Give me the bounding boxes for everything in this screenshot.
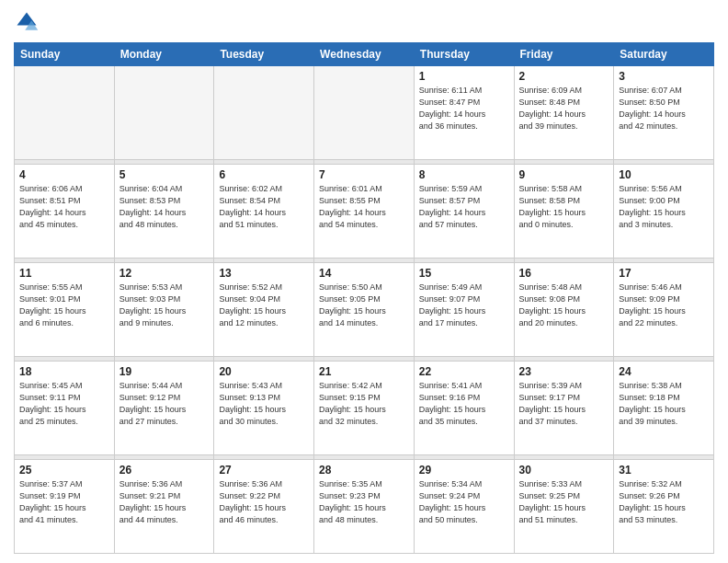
day-number: 11: [19, 267, 109, 280]
day-content: Sunrise: 6:06 AM Sunset: 8:51 PM Dayligh…: [19, 183, 109, 231]
logo-icon: [14, 9, 40, 35]
calendar-cell: 19Sunrise: 5:44 AM Sunset: 9:12 PM Dayli…: [114, 361, 214, 454]
day-content: Sunrise: 5:36 AM Sunset: 9:21 PM Dayligh…: [119, 478, 210, 526]
day-content: Sunrise: 5:33 AM Sunset: 9:25 PM Dayligh…: [519, 478, 609, 526]
calendar-cell: 28Sunrise: 5:35 AM Sunset: 9:23 PM Dayli…: [314, 459, 415, 553]
calendar-cell: 27Sunrise: 5:36 AM Sunset: 9:22 PM Dayli…: [214, 459, 314, 553]
day-content: Sunrise: 6:04 AM Sunset: 8:53 PM Dayligh…: [119, 183, 210, 231]
day-content: Sunrise: 5:44 AM Sunset: 9:12 PM Dayligh…: [119, 380, 210, 428]
logo: [14, 9, 43, 35]
weekday-header-friday: Friday: [514, 43, 614, 66]
day-content: Sunrise: 6:09 AM Sunset: 8:48 PM Dayligh…: [519, 85, 609, 132]
day-number: 15: [419, 267, 509, 280]
day-content: Sunrise: 5:55 AM Sunset: 9:01 PM Dayligh…: [19, 282, 109, 329]
calendar-cell: 11Sunrise: 5:55 AM Sunset: 9:01 PM Dayli…: [15, 262, 115, 356]
day-content: Sunrise: 6:11 AM Sunset: 8:47 PM Dayligh…: [419, 85, 509, 132]
day-content: Sunrise: 5:39 AM Sunset: 9:17 PM Dayligh…: [519, 380, 609, 428]
day-content: Sunrise: 5:45 AM Sunset: 9:11 PM Dayligh…: [19, 380, 109, 428]
calendar-cell: 31Sunrise: 5:32 AM Sunset: 9:26 PM Dayli…: [614, 459, 714, 553]
calendar-cell: [214, 66, 314, 160]
day-number: 23: [519, 365, 609, 378]
day-number: 19: [119, 365, 210, 378]
calendar-cell: 26Sunrise: 5:36 AM Sunset: 9:21 PM Dayli…: [114, 459, 214, 553]
calendar-cell: 22Sunrise: 5:41 AM Sunset: 9:16 PM Dayli…: [414, 361, 514, 454]
day-number: 28: [319, 464, 409, 477]
day-content: Sunrise: 6:07 AM Sunset: 8:50 PM Dayligh…: [619, 85, 709, 132]
calendar-cell: 8Sunrise: 5:59 AM Sunset: 8:57 PM Daylig…: [414, 164, 514, 258]
day-number: 3: [619, 70, 709, 83]
day-number: 10: [619, 168, 709, 181]
calendar-cell: 1Sunrise: 6:11 AM Sunset: 8:47 PM Daylig…: [414, 66, 514, 160]
day-content: Sunrise: 5:59 AM Sunset: 8:57 PM Dayligh…: [419, 183, 509, 231]
day-content: Sunrise: 5:35 AM Sunset: 9:23 PM Dayligh…: [319, 478, 409, 526]
day-number: 5: [119, 168, 210, 181]
page: SundayMondayTuesdayWednesdayThursdayFrid…: [0, 0, 728, 563]
calendar-cell: 2Sunrise: 6:09 AM Sunset: 8:48 PM Daylig…: [514, 66, 614, 160]
day-content: Sunrise: 5:58 AM Sunset: 8:58 PM Dayligh…: [519, 183, 609, 231]
day-content: Sunrise: 6:02 AM Sunset: 8:54 PM Dayligh…: [219, 183, 309, 231]
weekday-header-saturday: Saturday: [614, 43, 714, 66]
calendar-cell: 14Sunrise: 5:50 AM Sunset: 9:05 PM Dayli…: [314, 262, 415, 356]
calendar-cell: 24Sunrise: 5:38 AM Sunset: 9:18 PM Dayli…: [614, 361, 714, 454]
calendar-cell: 16Sunrise: 5:48 AM Sunset: 9:08 PM Dayli…: [514, 262, 614, 356]
calendar-cell: 17Sunrise: 5:46 AM Sunset: 9:09 PM Dayli…: [614, 262, 714, 356]
calendar-week-2: 4Sunrise: 6:06 AM Sunset: 8:51 PM Daylig…: [15, 164, 714, 258]
calendar-cell: 15Sunrise: 5:49 AM Sunset: 9:07 PM Dayli…: [414, 262, 514, 356]
day-content: Sunrise: 5:38 AM Sunset: 9:18 PM Dayligh…: [619, 380, 709, 428]
calendar-cell: 30Sunrise: 5:33 AM Sunset: 9:25 PM Dayli…: [514, 459, 614, 553]
weekday-header-thursday: Thursday: [414, 43, 514, 66]
header: [14, 9, 714, 35]
day-content: Sunrise: 6:01 AM Sunset: 8:55 PM Dayligh…: [319, 183, 409, 231]
day-content: Sunrise: 5:56 AM Sunset: 9:00 PM Dayligh…: [619, 183, 709, 231]
day-number: 25: [19, 464, 109, 477]
calendar-cell: [114, 66, 214, 160]
weekday-header-monday: Monday: [114, 43, 214, 66]
day-content: Sunrise: 5:46 AM Sunset: 9:09 PM Dayligh…: [619, 282, 709, 329]
calendar-week-5: 25Sunrise: 5:37 AM Sunset: 9:19 PM Dayli…: [15, 459, 714, 553]
day-number: 6: [219, 168, 309, 181]
weekday-header-sunday: Sunday: [15, 43, 115, 66]
day-number: 8: [419, 168, 509, 181]
day-content: Sunrise: 5:50 AM Sunset: 9:05 PM Dayligh…: [319, 282, 409, 329]
day-content: Sunrise: 5:52 AM Sunset: 9:04 PM Dayligh…: [219, 282, 309, 329]
day-content: Sunrise: 5:42 AM Sunset: 9:15 PM Dayligh…: [319, 380, 409, 428]
day-number: 1: [419, 70, 509, 83]
day-number: 26: [119, 464, 210, 477]
calendar-header-row: SundayMondayTuesdayWednesdayThursdayFrid…: [15, 43, 714, 66]
calendar-cell: 10Sunrise: 5:56 AM Sunset: 9:00 PM Dayli…: [614, 164, 714, 258]
calendar-cell: 21Sunrise: 5:42 AM Sunset: 9:15 PM Dayli…: [314, 361, 415, 454]
calendar-cell: 9Sunrise: 5:58 AM Sunset: 8:58 PM Daylig…: [514, 164, 614, 258]
day-number: 22: [419, 365, 509, 378]
day-number: 21: [319, 365, 409, 378]
calendar-cell: 18Sunrise: 5:45 AM Sunset: 9:11 PM Dayli…: [15, 361, 115, 454]
weekday-header-tuesday: Tuesday: [214, 43, 314, 66]
calendar-cell: 20Sunrise: 5:43 AM Sunset: 9:13 PM Dayli…: [214, 361, 314, 454]
day-content: Sunrise: 5:43 AM Sunset: 9:13 PM Dayligh…: [219, 380, 309, 428]
day-number: 7: [319, 168, 409, 181]
day-number: 31: [619, 464, 709, 477]
day-content: Sunrise: 5:36 AM Sunset: 9:22 PM Dayligh…: [219, 478, 309, 526]
day-content: Sunrise: 5:48 AM Sunset: 9:08 PM Dayligh…: [519, 282, 609, 329]
day-content: Sunrise: 5:41 AM Sunset: 9:16 PM Dayligh…: [419, 380, 509, 428]
calendar-cell: [314, 66, 415, 160]
calendar-week-3: 11Sunrise: 5:55 AM Sunset: 9:01 PM Dayli…: [15, 262, 714, 356]
day-number: 20: [219, 365, 309, 378]
day-content: Sunrise: 5:32 AM Sunset: 9:26 PM Dayligh…: [619, 478, 709, 526]
day-number: 4: [19, 168, 109, 181]
day-number: 9: [519, 168, 609, 181]
weekday-header-wednesday: Wednesday: [314, 43, 415, 66]
calendar-cell: 3Sunrise: 6:07 AM Sunset: 8:50 PM Daylig…: [614, 66, 714, 160]
day-number: 14: [319, 267, 409, 280]
day-number: 12: [119, 267, 210, 280]
day-number: 13: [219, 267, 309, 280]
calendar-cell: 23Sunrise: 5:39 AM Sunset: 9:17 PM Dayli…: [514, 361, 614, 454]
calendar-cell: 29Sunrise: 5:34 AM Sunset: 9:24 PM Dayli…: [414, 459, 514, 553]
day-number: 18: [19, 365, 109, 378]
day-content: Sunrise: 5:49 AM Sunset: 9:07 PM Dayligh…: [419, 282, 509, 329]
day-content: Sunrise: 5:53 AM Sunset: 9:03 PM Dayligh…: [119, 282, 210, 329]
calendar-week-4: 18Sunrise: 5:45 AM Sunset: 9:11 PM Dayli…: [15, 361, 714, 454]
day-content: Sunrise: 5:34 AM Sunset: 9:24 PM Dayligh…: [419, 478, 509, 526]
day-number: 27: [219, 464, 309, 477]
calendar-table: SundayMondayTuesdayWednesdayThursdayFrid…: [14, 42, 714, 554]
day-number: 2: [519, 70, 609, 83]
